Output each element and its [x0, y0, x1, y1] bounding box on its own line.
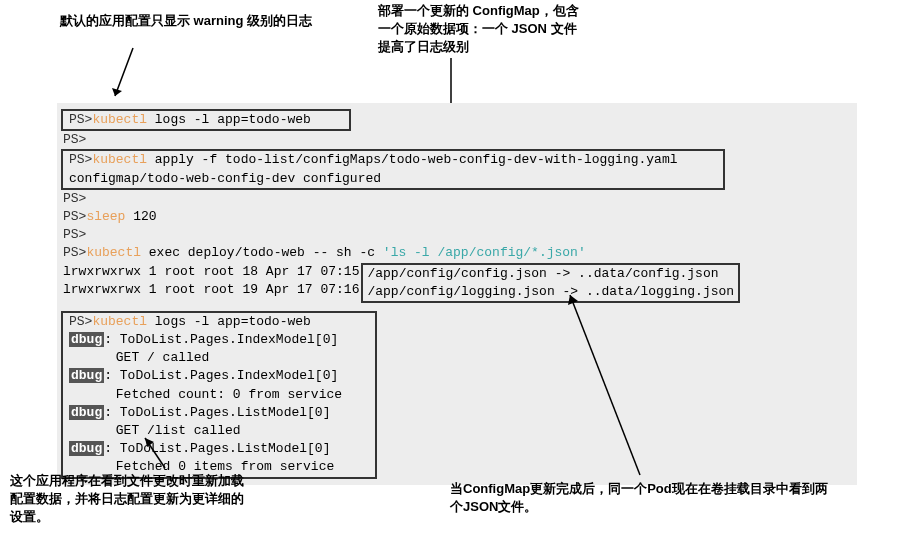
- terminal-box-symlinks: /app/config/config.json -> ..data/config…: [361, 263, 740, 303]
- terminal-box-logs-verbose: PS>kubectl logs -l app=todo-web dbug: To…: [61, 311, 377, 479]
- annotation-two-json-files: 当ConfigMap更新完成后，同一个Pod现在在卷挂载目录中看到两 个JSON…: [450, 480, 880, 516]
- terminal-ls-output: lrwxrwxrwx 1 root root 18 Apr 17 07:15 l…: [57, 263, 857, 303]
- svg-line-0: [115, 48, 133, 96]
- svg-line-6: [570, 295, 640, 475]
- arrow-icon: [115, 48, 155, 108]
- annotation-deploy-configmap: 部署一个更新的 ConfigMap，包含 一个原始数据项：一个 JSON 文件 …: [378, 2, 658, 57]
- terminal-box-logs-empty: PS>kubectl logs -l app=todo-web: [61, 109, 351, 131]
- terminal-box-apply: PS>kubectl apply -f todo-list/configMaps…: [61, 149, 725, 189]
- annotation-default-config: 默认的应用配置只显示 warning 级别的日志: [60, 12, 330, 30]
- arrow-icon: [570, 295, 650, 485]
- terminal-output: PS>kubectl logs -l app=todo-web PS> PS>k…: [57, 103, 857, 485]
- annotation-reload-config: 这个应用程序在看到文件更改时重新加载 配置数据，并将日志配置更新为更详细的 设置…: [10, 472, 300, 527]
